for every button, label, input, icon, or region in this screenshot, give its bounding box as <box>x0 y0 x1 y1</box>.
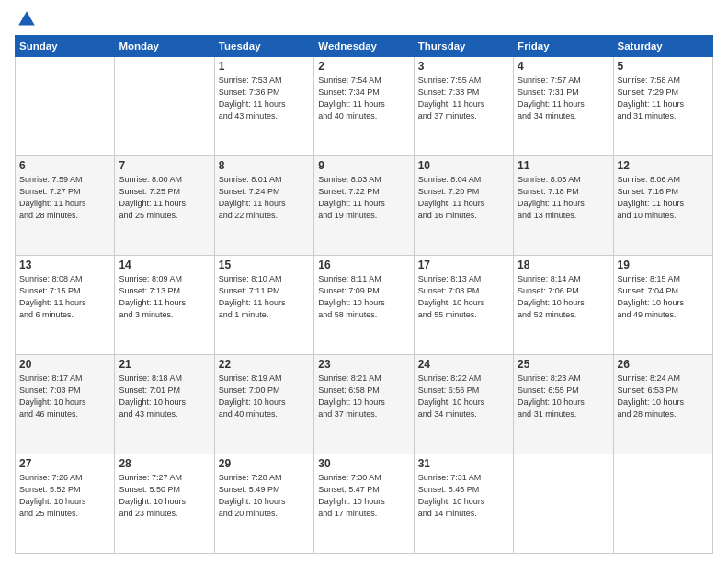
day-cell <box>115 57 214 156</box>
day-cell: 1Sunrise: 7:53 AM Sunset: 7:36 PM Daylig… <box>214 57 313 156</box>
day-number: 1 <box>219 60 310 73</box>
day-number: 27 <box>19 457 110 470</box>
day-number: 17 <box>418 259 509 271</box>
col-header-monday: Monday <box>115 36 214 57</box>
day-cell: 9Sunrise: 8:03 AM Sunset: 7:22 PM Daylig… <box>314 156 414 256</box>
day-info: Sunrise: 8:18 AM Sunset: 7:01 PM Dayligh… <box>119 373 210 420</box>
day-info: Sunrise: 8:06 AM Sunset: 7:16 PM Dayligh… <box>618 174 709 222</box>
day-number: 11 <box>518 159 609 172</box>
day-cell: 23Sunrise: 8:21 AM Sunset: 6:58 PM Dayli… <box>314 355 414 454</box>
day-number: 6 <box>19 159 110 172</box>
week-row-4: 27Sunrise: 7:26 AM Sunset: 5:52 PM Dayli… <box>16 454 713 554</box>
day-cell: 26Sunrise: 8:24 AM Sunset: 6:53 PM Dayli… <box>613 355 712 454</box>
day-info: Sunrise: 8:03 AM Sunset: 7:22 PM Dayligh… <box>318 174 409 222</box>
day-cell: 8Sunrise: 8:01 AM Sunset: 7:24 PM Daylig… <box>214 156 313 256</box>
day-info: Sunrise: 8:10 AM Sunset: 7:11 PM Dayligh… <box>219 273 310 321</box>
day-number: 15 <box>219 259 310 271</box>
day-number: 29 <box>219 457 310 470</box>
day-cell: 11Sunrise: 8:05 AM Sunset: 7:18 PM Dayli… <box>514 156 613 256</box>
day-number: 28 <box>119 457 210 470</box>
day-number: 7 <box>119 159 210 172</box>
day-cell: 27Sunrise: 7:26 AM Sunset: 5:52 PM Dayli… <box>16 454 115 554</box>
day-info: Sunrise: 7:26 AM Sunset: 5:52 PM Dayligh… <box>19 472 110 520</box>
day-cell <box>613 454 712 554</box>
day-number: 16 <box>318 259 409 271</box>
day-cell: 15Sunrise: 8:10 AM Sunset: 7:11 PM Dayli… <box>214 256 313 355</box>
day-info: Sunrise: 8:13 AM Sunset: 7:08 PM Dayligh… <box>418 273 509 321</box>
day-info: Sunrise: 7:55 AM Sunset: 7:33 PM Dayligh… <box>418 75 509 122</box>
day-cell: 17Sunrise: 8:13 AM Sunset: 7:08 PM Dayli… <box>414 256 513 355</box>
day-info: Sunrise: 7:57 AM Sunset: 7:31 PM Dayligh… <box>518 75 609 122</box>
day-info: Sunrise: 8:00 AM Sunset: 7:25 PM Dayligh… <box>119 174 210 222</box>
day-cell: 25Sunrise: 8:23 AM Sunset: 6:55 PM Dayli… <box>514 355 613 454</box>
day-cell: 28Sunrise: 7:27 AM Sunset: 5:50 PM Dayli… <box>115 454 214 554</box>
day-cell: 10Sunrise: 8:04 AM Sunset: 7:20 PM Dayli… <box>414 156 513 256</box>
week-row-1: 6Sunrise: 7:59 AM Sunset: 7:27 PM Daylig… <box>16 156 713 256</box>
day-cell: 21Sunrise: 8:18 AM Sunset: 7:01 PM Dayli… <box>115 355 214 454</box>
day-info: Sunrise: 7:30 AM Sunset: 5:47 PM Dayligh… <box>318 472 409 520</box>
calendar-header-row: SundayMondayTuesdayWednesdayThursdayFrid… <box>16 36 713 57</box>
day-info: Sunrise: 7:54 AM Sunset: 7:34 PM Dayligh… <box>318 75 409 122</box>
week-row-0: 1Sunrise: 7:53 AM Sunset: 7:36 PM Daylig… <box>16 57 713 156</box>
day-info: Sunrise: 8:23 AM Sunset: 6:55 PM Dayligh… <box>518 373 609 420</box>
day-info: Sunrise: 8:11 AM Sunset: 7:09 PM Dayligh… <box>318 273 409 321</box>
day-cell: 16Sunrise: 8:11 AM Sunset: 7:09 PM Dayli… <box>314 256 414 355</box>
day-number: 31 <box>418 457 509 470</box>
day-info: Sunrise: 7:28 AM Sunset: 5:49 PM Dayligh… <box>219 472 310 520</box>
day-cell: 2Sunrise: 7:54 AM Sunset: 7:34 PM Daylig… <box>314 57 414 156</box>
day-cell: 6Sunrise: 7:59 AM Sunset: 7:27 PM Daylig… <box>16 156 115 256</box>
col-header-sunday: Sunday <box>16 36 115 57</box>
day-info: Sunrise: 8:17 AM Sunset: 7:03 PM Dayligh… <box>19 373 110 420</box>
page: SundayMondayTuesdayWednesdayThursdayFrid… <box>0 0 728 563</box>
day-info: Sunrise: 8:04 AM Sunset: 7:20 PM Dayligh… <box>418 174 509 222</box>
day-number: 26 <box>618 358 709 371</box>
day-number: 30 <box>318 457 409 470</box>
day-cell: 5Sunrise: 7:58 AM Sunset: 7:29 PM Daylig… <box>613 57 712 156</box>
day-number: 25 <box>518 358 609 371</box>
day-cell: 4Sunrise: 7:57 AM Sunset: 7:31 PM Daylig… <box>514 57 613 156</box>
day-cell: 31Sunrise: 7:31 AM Sunset: 5:46 PM Dayli… <box>414 454 513 554</box>
day-info: Sunrise: 8:01 AM Sunset: 7:24 PM Dayligh… <box>219 174 310 222</box>
logo <box>15 9 37 29</box>
day-info: Sunrise: 7:27 AM Sunset: 5:50 PM Dayligh… <box>119 472 210 520</box>
day-info: Sunrise: 8:19 AM Sunset: 7:00 PM Dayligh… <box>219 373 310 420</box>
day-cell <box>514 454 613 554</box>
day-info: Sunrise: 7:31 AM Sunset: 5:46 PM Dayligh… <box>418 472 509 520</box>
day-cell: 7Sunrise: 8:00 AM Sunset: 7:25 PM Daylig… <box>115 156 214 256</box>
day-info: Sunrise: 8:09 AM Sunset: 7:13 PM Dayligh… <box>119 273 210 321</box>
col-header-wednesday: Wednesday <box>314 36 414 57</box>
logo-icon <box>17 9 37 29</box>
day-info: Sunrise: 8:24 AM Sunset: 6:53 PM Dayligh… <box>618 373 709 420</box>
svg-marker-0 <box>18 11 35 25</box>
day-cell: 29Sunrise: 7:28 AM Sunset: 5:49 PM Dayli… <box>214 454 313 554</box>
day-number: 4 <box>518 60 609 73</box>
col-header-thursday: Thursday <box>414 36 513 57</box>
day-cell: 30Sunrise: 7:30 AM Sunset: 5:47 PM Dayli… <box>314 454 414 554</box>
day-cell: 12Sunrise: 8:06 AM Sunset: 7:16 PM Dayli… <box>613 156 712 256</box>
day-number: 5 <box>618 60 709 73</box>
day-cell: 13Sunrise: 8:08 AM Sunset: 7:15 PM Dayli… <box>16 256 115 355</box>
day-cell: 24Sunrise: 8:22 AM Sunset: 6:56 PM Dayli… <box>414 355 513 454</box>
day-number: 18 <box>518 259 609 271</box>
day-number: 9 <box>318 159 409 172</box>
day-info: Sunrise: 7:53 AM Sunset: 7:36 PM Dayligh… <box>219 75 310 122</box>
day-cell: 22Sunrise: 8:19 AM Sunset: 7:00 PM Dayli… <box>214 355 313 454</box>
day-info: Sunrise: 8:08 AM Sunset: 7:15 PM Dayligh… <box>19 273 110 321</box>
day-number: 2 <box>318 60 409 73</box>
day-info: Sunrise: 8:22 AM Sunset: 6:56 PM Dayligh… <box>418 373 509 420</box>
day-cell: 19Sunrise: 8:15 AM Sunset: 7:04 PM Dayli… <box>613 256 712 355</box>
day-number: 14 <box>119 259 210 271</box>
logo-text <box>15 9 37 29</box>
day-info: Sunrise: 8:05 AM Sunset: 7:18 PM Dayligh… <box>518 174 609 222</box>
day-number: 22 <box>219 358 310 371</box>
day-cell: 20Sunrise: 8:17 AM Sunset: 7:03 PM Dayli… <box>16 355 115 454</box>
day-number: 21 <box>119 358 210 371</box>
day-cell: 14Sunrise: 8:09 AM Sunset: 7:13 PM Dayli… <box>115 256 214 355</box>
col-header-saturday: Saturday <box>613 36 712 57</box>
calendar: SundayMondayTuesdayWednesdayThursdayFrid… <box>15 35 713 554</box>
day-cell: 3Sunrise: 7:55 AM Sunset: 7:33 PM Daylig… <box>414 57 513 156</box>
day-info: Sunrise: 7:58 AM Sunset: 7:29 PM Dayligh… <box>618 75 709 122</box>
day-number: 10 <box>418 159 509 172</box>
day-info: Sunrise: 8:15 AM Sunset: 7:04 PM Dayligh… <box>618 273 709 321</box>
day-info: Sunrise: 8:14 AM Sunset: 7:06 PM Dayligh… <box>518 273 609 321</box>
